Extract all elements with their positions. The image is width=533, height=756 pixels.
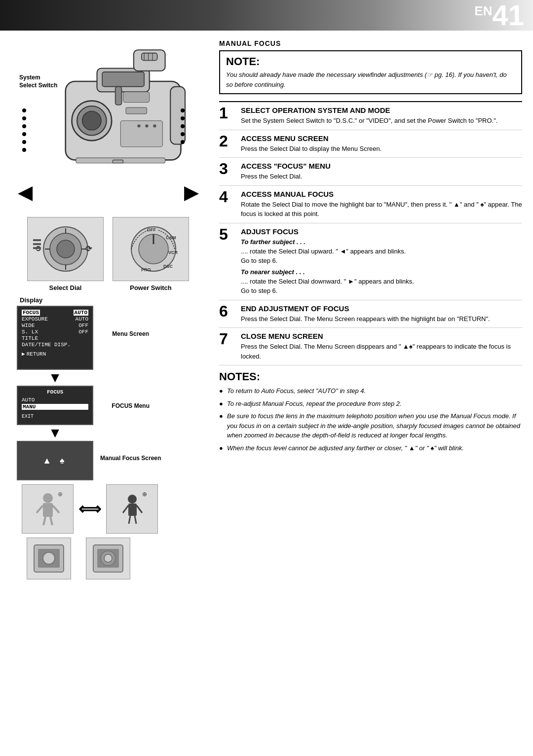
svg-rect-5 [102,72,144,87]
step-3: 3 ACCESS "FOCUS" MENU Press the Select D… [219,158,522,186]
manual-focus-screen: ▲ ♠ [17,441,93,480]
step-7-number: 7 [219,331,237,347]
small-box-right [86,538,130,579]
focus-label: FOCUS [22,310,40,316]
step-2: 2 ACCESS MENU SCREEN Press the Select Di… [219,130,522,158]
arrow-right: ▶ [184,182,198,203]
dial-power-row: ⟲ ⟳ Select Dial [27,217,189,291]
power-switch-svg: OFF CAM VCR DSC PRO [116,219,186,279]
svg-point-18 [153,124,156,127]
bottom-small-boxes [17,538,209,579]
return-triangle: ▶ [22,351,25,357]
svg-rect-45 [43,503,53,517]
dot [181,108,185,112]
select-dial-label: Select Dial [49,284,82,291]
focus-manu: MANU [22,404,88,410]
step-1-number: 1 [219,105,237,121]
note-text: You should already have made the necessa… [226,70,515,89]
step-2-content: ACCESS MENU SCREEN Press the Select Dial… [241,134,522,154]
menu-row-5: TITLE [22,335,88,341]
menu-row-1: FOCUS AUTO [22,310,88,316]
dots-right [181,108,185,144]
notes-title: NOTES: [219,370,522,383]
svg-rect-14 [120,121,162,147]
svg-point-3 [82,111,101,130]
manual-focus-screen-label: Manual Focus Screen [100,455,161,462]
main-layout: System Select Switch [0,31,533,588]
step-5-heading: ADJUST FOCUS [241,227,522,236]
step-1: 1 SELECT OPERATION SYSTEM AND MODE Set t… [219,102,522,130]
near-focus-svg: ⊕ [26,488,70,530]
right-column: MANUAL FOCUS NOTE: You should already ha… [212,31,533,588]
mf-symbols: ▲ ♠ [42,456,67,466]
header-bar: EN41 [0,0,533,31]
focus-far-illus: ⊕ [106,484,158,534]
dot [22,132,26,136]
svg-point-24 [57,240,75,258]
step-4-number: 4 [219,189,237,205]
step-6-number: 6 [219,303,237,319]
display-label: Display [20,296,204,304]
arrow-down-2: ▼ [17,426,93,440]
svg-point-17 [145,124,148,127]
step-7-heading: CLOSE MENU SCREEN [241,332,522,340]
focus-title: FOCUS [22,389,88,395]
dot [22,124,26,128]
svg-point-62 [43,552,55,564]
step-3-number: 3 [219,161,237,177]
dot [22,108,26,112]
menu-row-6: DATE/TIME DISP. [22,342,88,348]
note-2: To re-adjust Manual Focus, repeat the pr… [219,399,522,409]
arrow-left: ◀ [18,182,32,203]
small-box-left-svg [29,540,69,577]
svg-point-52 [128,495,137,504]
step-2-body: Press the Select Dial to display the Men… [241,144,522,154]
illus-arrow: ⟺ [78,500,101,518]
step-4-heading: ACCESS MANUAL FOCUS [241,190,522,198]
step-7-content: CLOSE MENU SCREEN Press the Select Dial.… [241,332,522,361]
notes-list: To return to Auto Focus, select "AUTO" i… [219,386,522,453]
step-6-body: Press the Select Dial. The Menu Screen r… [241,314,522,324]
page-prefix: EN [474,3,492,18]
focus-menu-label: FOCUS Menu [112,402,150,409]
step-7-body: Press the Select Dial. The Menu Screen d… [241,342,522,361]
dot [181,140,185,144]
small-box-right-svg [88,540,128,577]
step-3-content: ACCESS "FOCUS" MENU Press the Select Dia… [241,162,522,181]
menu-screen-label: Menu Screen [112,330,149,337]
camcorder-svg [34,39,202,207]
arrow-down-1: ▼ [17,371,93,385]
step-5-content: ADJUST FOCUS To farther subject . . . ..… [241,227,522,296]
return-label: RETURN [27,351,46,357]
step-4: 4 ACCESS MANUAL FOCUS Rotate the Select … [219,186,522,223]
dot [22,140,26,144]
dot [22,116,26,120]
step-7: 7 CLOSE MENU SCREEN Press the Select Dia… [219,328,522,365]
svg-text:VCR: VCR [168,250,178,255]
step-5-sub2: To nearer subject . . . [241,268,522,276]
power-switch-label: Power Switch [130,284,172,291]
dot [181,116,185,120]
svg-rect-33 [33,247,41,249]
note-4: When the focus level cannot be adjusted … [219,443,522,453]
auto-label: AUTO [74,310,88,316]
step-3-body: Press the Select Dial. [241,172,522,181]
menu-row-3: WIDEOFF [22,323,88,328]
menu-row-4: S. LXOFF [22,329,88,335]
power-switch-box: OFF CAM VCR DSC PRO Power Switch [113,217,189,291]
step-1-heading: SELECT OPERATION SYSTEM AND MODE [241,106,522,114]
notes-section: NOTES: To return to Auto Focus, select "… [219,370,522,453]
step-2-number: 2 [219,133,237,149]
svg-rect-32 [33,243,41,245]
note-1: To return to Auto Focus, select "AUTO" i… [219,386,522,396]
note-title: NOTE: [226,55,515,68]
menu-row-2: EXPOSUREAUTO [22,316,88,322]
step-6: 6 END ADJUSTMENT OF FOCUS Press the Sele… [219,300,522,328]
svg-text:⊕: ⊕ [58,491,63,498]
svg-text:⊕: ⊕ [142,491,147,498]
step-5-sub1: To farther subject . . . [241,238,522,246]
bottom-illustrations: ⊕ ⟺ ⊕ [17,484,209,534]
step-5-number: 5 [219,226,237,242]
svg-rect-20 [113,160,123,163]
power-switch-image: OFF CAM VCR DSC PRO [113,217,189,281]
